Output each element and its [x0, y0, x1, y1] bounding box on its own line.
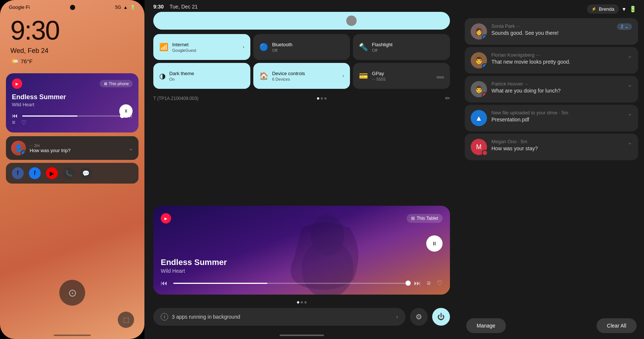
- bg-apps-text: 3 apps running in background: [172, 314, 393, 320]
- florian-avatar: 👨: [471, 52, 487, 68]
- qs-gpay-label: GPay: [372, 71, 433, 76]
- brightness-slider[interactable]: ☀: [153, 12, 450, 30]
- qs-tile-dark-theme-text: Dark theme On: [169, 71, 244, 81]
- this-phone-label: This phone: [109, 81, 129, 86]
- notification-item-drive[interactable]: ▲ New file uploaded to your drive · 5m P…: [465, 105, 638, 131]
- megan-notif-right: ⌄: [627, 139, 632, 146]
- signal-icon: ▲: [123, 5, 128, 10]
- qs-grid-row1: 📶 Internet GoogleGuest › 🔵 Bluetooth Off…: [153, 34, 450, 60]
- queue-icon[interactable]: ≡: [12, 119, 15, 126]
- tablet-music-bottom: ⏸ Endless Summer Wild Heart ⏮ ⏭ ≡ ♡: [161, 258, 443, 287]
- phone-music-card[interactable]: ▶ 🖥 This phone Endless Summer Wild Heart…: [6, 73, 139, 132]
- user-badge[interactable]: ⚡ Brenda: [587, 4, 619, 14]
- tablet-queue-icon[interactable]: ≡: [427, 279, 431, 287]
- qs-tile-bluetooth[interactable]: 🔵 Bluetooth Off: [253, 34, 350, 60]
- tablet-heart-icon[interactable]: ♡: [437, 279, 443, 287]
- phone-status-right: 5G ▲ 🔋: [115, 5, 136, 10]
- patrick-sender-label: Patrick Hoover ···: [491, 81, 623, 87]
- charging-icon: ⚡: [591, 7, 597, 11]
- qs-tile-dark-theme[interactable]: ◑ Dark theme On: [153, 63, 250, 89]
- facebook2-icon[interactable]: f: [29, 167, 41, 179]
- megan-expand-icon: ⌄: [627, 139, 632, 146]
- patrick-notif-content: Patrick Hoover ··· What are you doing fo…: [491, 81, 623, 94]
- recents-button[interactable]: ⬚: [118, 312, 134, 328]
- tablet-music-play-icon[interactable]: ▶: [161, 213, 171, 224]
- dark-theme-qs-icon: ◑: [159, 71, 166, 80]
- phone-notification-card[interactable]: 👤 ··· 2m How was your trip? ⌄: [6, 136, 139, 160]
- notification-item-florian[interactable]: 👨 Florian Koenigsberg ··· That new movie…: [465, 47, 638, 74]
- info-icon: i: [161, 313, 168, 320]
- brightness-thumb[interactable]: [346, 16, 357, 26]
- qs-tile-device-controls[interactable]: 🏠 Device controls 6 Devices ›: [253, 63, 350, 89]
- megan-notif-content: Megan Ono · 5m How was your stay?: [491, 139, 623, 151]
- tablet-music-top: ▶ ⊞ This Tablet: [161, 213, 443, 224]
- patrick-app-badge: [482, 92, 487, 97]
- tablet-music-controls: ⏮ ⏭ ≡ ♡: [161, 279, 443, 287]
- tablet-status-time: 9:30: [153, 4, 164, 10]
- sonia-expand-icon: ⌄: [625, 24, 628, 29]
- tablet-music-pause-button[interactable]: ⏸: [426, 235, 443, 252]
- messages-app-icon[interactable]: 💬: [80, 167, 92, 179]
- wifi-qs-icon: 📶: [159, 43, 168, 51]
- phone-notif-app-badge: [21, 150, 26, 155]
- tablet-music-progress[interactable]: [173, 283, 408, 284]
- phone-music-progress[interactable]: [22, 115, 122, 117]
- megan-sender-label: Megan Ono · 5m: [491, 139, 623, 144]
- tablet-music-progress-fill: [173, 283, 267, 284]
- phone-notif-expand-icon[interactable]: ⌄: [129, 145, 133, 152]
- background-apps-pill[interactable]: i 3 apps running in background ›: [153, 308, 406, 326]
- phone-weather: 🌤️ 76°F: [0, 55, 144, 67]
- notifications-panel: ⚡ Brenda ▾ 🔋 👩 Sonia Park ··· Sounds goo…: [459, 0, 644, 339]
- sonia-sender-label: Sonia Park ···: [491, 23, 613, 29]
- qs-flashlight-sub: Off: [372, 48, 444, 53]
- megan-letter: M: [476, 143, 482, 151]
- qs-device-controls-arrow-icon[interactable]: ›: [343, 73, 344, 78]
- phone-app-tray: f f ▶ 📞 💬: [6, 163, 139, 184]
- page-dot-3: [324, 97, 327, 100]
- tablet-music-artist: Wild Heart: [161, 268, 443, 274]
- qs-bluetooth-sub: Off: [272, 48, 344, 53]
- phone-music-progress-fill: [22, 115, 77, 117]
- qs-flashlight-label: Flashlight: [372, 42, 444, 47]
- monitor-icon: 🖥: [103, 81, 107, 86]
- notif-panel-top-bar: ⚡ Brenda ▾ 🔋: [459, 0, 644, 18]
- device-info-row: T (TP1A.2100409.003) ✏: [153, 93, 450, 105]
- phone-music-title: Endless Summer: [12, 93, 133, 101]
- notification-item-patrick[interactable]: 👨 Patrick Hoover ··· What are you doing …: [465, 76, 638, 103]
- settings-button[interactable]: ⚙: [410, 308, 428, 326]
- qs-tile-gpay[interactable]: 💳 GPay ··· 5555 ▬: [353, 63, 450, 89]
- edit-qs-icon[interactable]: ✏: [445, 95, 450, 102]
- qs-gpay-sub: ··· 5555: [372, 77, 433, 81]
- notification-item-megan[interactable]: M Megan Ono · 5m How was your stay? ⌄: [465, 134, 638, 160]
- notification-item-sonia[interactable]: 👩 Sonia Park ··· Sounds good. See you th…: [465, 18, 638, 45]
- tablet-music-title: Endless Summer: [161, 258, 443, 267]
- settings-icon: ⚙: [416, 312, 422, 321]
- qs-bluetooth-label: Bluetooth: [272, 42, 344, 47]
- tablet-media-page-dots: [144, 301, 459, 303]
- tablet-prev-track-button[interactable]: ⏮: [161, 279, 167, 287]
- tablet-music-content: ▶ ⊞ This Tablet: [161, 213, 443, 224]
- qs-tile-internet[interactable]: 📶 Internet GoogleGuest ›: [153, 34, 250, 60]
- phone-music-pause-button[interactable]: ⏸: [119, 104, 133, 118]
- manage-button[interactable]: Manage: [466, 318, 506, 333]
- media-dot-3: [304, 301, 307, 303]
- sonia-avatar: 👩: [471, 23, 487, 40]
- qs-tile-flashlight[interactable]: 🔦 Flashlight Off: [353, 34, 450, 60]
- device-build-label: T (TP1A.2100409.003): [153, 96, 198, 101]
- heart-icon[interactable]: ♡: [21, 119, 26, 126]
- youtube-icon[interactable]: ▶: [46, 167, 58, 179]
- qs-internet-arrow-icon[interactable]: ›: [243, 44, 244, 50]
- sonia-notif-right: 2 ⌄: [617, 23, 632, 30]
- phone-app-icon[interactable]: 📞: [63, 167, 75, 179]
- tablet-next-track-button[interactable]: ⏭: [414, 279, 421, 287]
- tablet-music-card[interactable]: ▶ ⊞ This Tablet ⏸ Endless Summer Wild He…: [153, 206, 450, 295]
- phone-temp-label: 76°F: [21, 58, 33, 64]
- facebook-icon[interactable]: f: [12, 167, 24, 179]
- qs-internet-label: Internet: [172, 42, 239, 47]
- power-button[interactable]: ⏻: [432, 308, 450, 326]
- music-play-icon[interactable]: ▶: [12, 78, 22, 89]
- fingerprint-button[interactable]: ⊙: [59, 280, 85, 306]
- prev-track-button[interactable]: ⏮: [12, 113, 18, 119]
- phone-notif-content: ··· 2m How was your trip?: [30, 143, 125, 153]
- clear-all-button[interactable]: Clear All: [597, 318, 637, 333]
